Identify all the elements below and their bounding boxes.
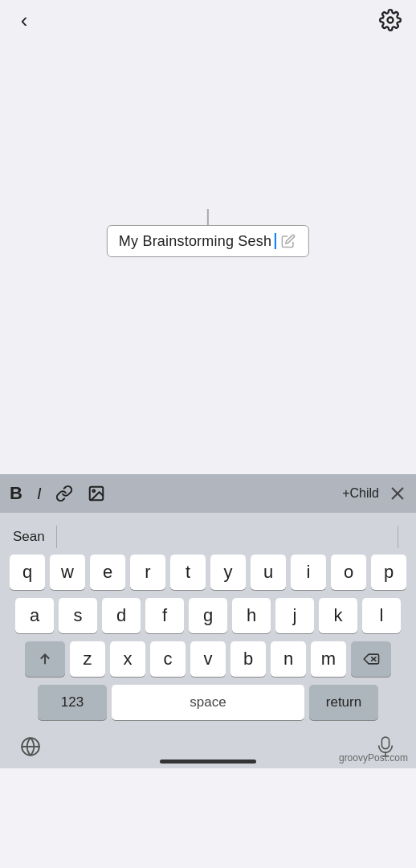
key-y[interactable]: y bbox=[210, 555, 246, 590]
svg-point-2 bbox=[93, 489, 96, 492]
nav-bar: ‹ bbox=[0, 0, 416, 40]
key-b[interactable]: b bbox=[230, 641, 266, 677]
keyboard-area: Sean q w e r t y u i o p a s d f g h j k bbox=[0, 513, 416, 768]
key-j[interactable]: j bbox=[275, 598, 314, 633]
key-e[interactable]: e bbox=[90, 555, 125, 590]
autocomplete-divider-2 bbox=[398, 526, 398, 548]
key-z[interactable]: z bbox=[70, 641, 105, 677]
key-c[interactable]: c bbox=[150, 641, 186, 677]
key-f[interactable]: f bbox=[145, 598, 184, 633]
mindmap-node-container: My Brainstorming Sesh bbox=[107, 209, 309, 257]
key-q[interactable]: q bbox=[10, 555, 45, 590]
key-return[interactable]: return bbox=[309, 685, 378, 720]
settings-icon bbox=[379, 9, 402, 31]
back-icon: ‹ bbox=[21, 10, 28, 31]
add-child-button[interactable]: +Child bbox=[342, 486, 379, 501]
watermark: groovyPost.com bbox=[339, 752, 408, 764]
key-t[interactable]: t bbox=[170, 555, 206, 590]
key-shift[interactable] bbox=[25, 641, 65, 677]
svg-rect-10 bbox=[381, 737, 389, 749]
canvas-area: ‹ My Brainstorming Sesh bbox=[0, 0, 416, 474]
connector-line bbox=[207, 209, 209, 225]
link-button[interactable] bbox=[55, 485, 73, 502]
key-o[interactable]: o bbox=[331, 555, 366, 590]
key-m[interactable]: m bbox=[311, 641, 346, 677]
toolbar-right: +Child bbox=[342, 485, 406, 502]
autocomplete-word-1[interactable]: Sean bbox=[10, 529, 48, 545]
key-delete[interactable] bbox=[351, 641, 391, 677]
italic-button[interactable]: I bbox=[37, 485, 42, 503]
settings-button[interactable] bbox=[377, 7, 403, 33]
key-u[interactable]: u bbox=[251, 555, 286, 590]
back-button[interactable]: ‹ bbox=[13, 9, 35, 31]
key-x[interactable]: x bbox=[110, 641, 145, 677]
keyboard-row-3: z x c v b n m bbox=[3, 641, 413, 677]
key-d[interactable]: d bbox=[102, 598, 141, 633]
key-i[interactable]: i bbox=[291, 555, 326, 590]
key-h[interactable]: h bbox=[232, 598, 271, 633]
autocomplete-row: Sean bbox=[0, 519, 416, 555]
key-g[interactable]: g bbox=[189, 598, 227, 633]
key-k[interactable]: k bbox=[319, 598, 357, 633]
key-s[interactable]: s bbox=[59, 598, 97, 633]
toolbar-left: B I bbox=[10, 483, 328, 504]
formatting-toolbar: B I +Child bbox=[0, 474, 416, 513]
key-space[interactable]: space bbox=[112, 685, 304, 720]
keys-container: q w e r t y u i o p a s d f g h j k l bbox=[0, 555, 416, 720]
autocomplete-divider-1 bbox=[56, 526, 57, 548]
node-text: My Brainstorming Sesh bbox=[119, 233, 271, 250]
link-icon bbox=[55, 485, 73, 502]
close-keyboard-button[interactable] bbox=[389, 485, 406, 502]
key-a[interactable]: a bbox=[15, 598, 54, 633]
globe-button[interactable] bbox=[19, 735, 42, 758]
cursor-blink bbox=[275, 233, 276, 249]
image-icon bbox=[88, 485, 105, 502]
key-p[interactable]: p bbox=[371, 555, 406, 590]
home-indicator bbox=[160, 760, 256, 764]
keyboard-row-1: q w e r t y u i o p bbox=[3, 555, 413, 590]
keyboard-row-bottom: 123 space return bbox=[3, 685, 413, 720]
key-n[interactable]: n bbox=[271, 641, 306, 677]
key-r[interactable]: r bbox=[130, 555, 165, 590]
bottom-bar: groovyPost.com bbox=[0, 725, 416, 768]
svg-point-0 bbox=[388, 18, 394, 23]
mindmap-node[interactable]: My Brainstorming Sesh bbox=[107, 225, 309, 257]
image-button[interactable] bbox=[88, 485, 105, 502]
keyboard-row-2: a s d f g h j k l bbox=[3, 598, 413, 633]
bold-button[interactable]: B bbox=[10, 483, 22, 504]
key-l[interactable]: l bbox=[362, 598, 401, 633]
edit-icon bbox=[279, 232, 297, 250]
key-w[interactable]: w bbox=[50, 555, 85, 590]
key-numbers[interactable]: 123 bbox=[38, 685, 107, 720]
key-v[interactable]: v bbox=[190, 641, 226, 677]
